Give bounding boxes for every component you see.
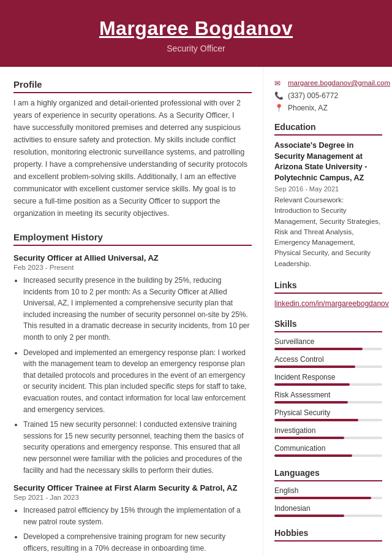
job-0-bullet-1: Developed and implemented an emergency r… xyxy=(23,347,252,416)
lang-indonesian: Indonesian xyxy=(274,504,382,517)
contact-location: 📍 Phoenix, AZ xyxy=(274,104,382,112)
job-1-bullet-0: Increased patrol efficiency by 15% throu… xyxy=(23,505,252,527)
edu-dates: Sep 2016 - May 2021 xyxy=(274,185,382,193)
skill-communication-bar-fill xyxy=(274,454,352,457)
skill-access-control-label: Access Control xyxy=(274,355,382,364)
skill-investigation-bar-bg xyxy=(274,437,382,439)
lang-english-bar-fill xyxy=(274,497,371,499)
skill-incident-response-bar-bg xyxy=(274,383,382,386)
job-1-bullets: Increased patrol efficiency by 15% throu… xyxy=(13,505,252,555)
skill-communication-label: Communication xyxy=(274,444,382,453)
job-0-dates: Feb 2023 - Present xyxy=(13,264,252,271)
skills-section: Skills Surveillance Access Control Incid… xyxy=(274,319,382,457)
linkedin-link[interactable]: linkedin.com/in/margareebogdanov xyxy=(274,299,389,308)
skill-incident-response-bar-fill xyxy=(274,383,350,386)
lang-english-bar-bg xyxy=(274,497,382,499)
skill-risk-assessment-bar-bg xyxy=(274,401,382,404)
job-0: Security Officer at Allied Universal, AZ… xyxy=(13,253,252,476)
links-section-title: Links xyxy=(274,280,382,294)
job-0-title: Security Officer at Allied Universal, AZ xyxy=(13,253,252,262)
location-icon: 📍 xyxy=(274,104,284,112)
job-0-bullet-2: Trained 15 new security personnel: I con… xyxy=(23,419,252,476)
skill-surveillance-label: Surveillance xyxy=(274,337,382,346)
job-1-title: Security Officer Trainee at First Alarm … xyxy=(13,483,252,492)
lang-indonesian-bar-fill xyxy=(274,515,344,517)
candidate-name: Margaree Bogdanov xyxy=(12,17,380,40)
skill-physical-security-bar-fill xyxy=(274,419,358,421)
email-link[interactable]: margaree.bogdanov@gmail.com xyxy=(288,79,390,86)
skill-risk-assessment-label: Risk Assessment xyxy=(274,391,382,399)
profile-text: I am a highly organized and detail-orien… xyxy=(13,97,252,220)
lang-english-label: English xyxy=(274,486,382,495)
skill-physical-security-bar-bg xyxy=(274,419,382,421)
body-wrap: Profile I am a highly organized and deta… xyxy=(0,67,392,555)
skill-investigation-label: Investigation xyxy=(274,426,382,435)
employment-section-title: Employment History xyxy=(13,232,252,246)
skill-incident-response-label: Incident Response xyxy=(274,373,382,381)
edu-degree: Associate's Degree in Security Managemen… xyxy=(274,140,382,183)
links-section: Links linkedin.com/in/margareebogdanov xyxy=(274,280,382,308)
skills-section-title: Skills xyxy=(274,319,382,332)
lang-indonesian-label: Indonesian xyxy=(274,504,382,513)
skill-surveillance-bar-fill xyxy=(274,348,363,350)
job-1: Security Officer Trainee at First Alarm … xyxy=(13,483,252,555)
contact-section: ✉ margaree.bogdanov@gmail.com 📞 (337) 00… xyxy=(274,79,382,112)
skill-physical-security-label: Physical Security xyxy=(274,408,382,417)
profile-section: Profile I am a highly organized and deta… xyxy=(13,79,252,220)
hobbies-section: Hobbies xyxy=(274,528,382,542)
education-section: Education Associate's Degree in Security… xyxy=(274,122,382,269)
languages-section-title: Languages xyxy=(274,468,382,481)
skill-communication: Communication xyxy=(274,444,382,457)
location-text: Phoenix, AZ xyxy=(288,104,328,112)
profile-section-title: Profile xyxy=(13,79,252,93)
skill-investigation-bar-fill xyxy=(274,437,344,439)
skill-physical-security: Physical Security xyxy=(274,408,382,421)
employment-section: Employment History Security Officer at A… xyxy=(13,232,252,555)
skill-surveillance: Surveillance xyxy=(274,337,382,350)
skill-surveillance-bar-bg xyxy=(274,348,382,350)
skill-risk-assessment-bar-fill xyxy=(274,401,348,404)
hobbies-section-title: Hobbies xyxy=(274,528,382,542)
right-column: ✉ margaree.bogdanov@gmail.com 📞 (337) 00… xyxy=(263,67,392,555)
phone-text: (337) 005-6772 xyxy=(288,91,338,100)
languages-section: Languages English Indonesian xyxy=(274,468,382,517)
job-1-dates: Sep 2021 - Jan 2023 xyxy=(13,494,252,501)
phone-icon: 📞 xyxy=(274,91,284,100)
lang-indonesian-bar-bg xyxy=(274,515,382,517)
resume-header: Margaree Bogdanov Security Officer xyxy=(0,0,392,67)
skill-incident-response: Incident Response xyxy=(274,373,382,386)
lang-english: English xyxy=(274,486,382,499)
skill-access-control: Access Control xyxy=(274,355,382,368)
skill-communication-bar-bg xyxy=(274,454,382,457)
candidate-title: Security Officer xyxy=(12,44,380,53)
job-0-bullet-0: Increased security presence in the build… xyxy=(23,275,252,343)
skill-risk-assessment: Risk Assessment xyxy=(274,391,382,404)
skill-access-control-bar-bg xyxy=(274,366,382,368)
edu-coursework: Relevant Coursework: Introduction to Sec… xyxy=(274,195,382,269)
education-section-title: Education xyxy=(274,122,382,136)
email-icon: ✉ xyxy=(274,79,284,88)
job-1-bullet-1: Developed a comprehensive training progr… xyxy=(23,531,252,554)
skill-investigation: Investigation xyxy=(274,426,382,439)
contact-email: ✉ margaree.bogdanov@gmail.com xyxy=(274,79,382,88)
contact-phone: 📞 (337) 005-6772 xyxy=(274,91,382,100)
left-column: Profile I am a highly organized and deta… xyxy=(0,67,263,555)
job-0-bullets: Increased security presence in the build… xyxy=(13,275,252,476)
skill-access-control-bar-fill xyxy=(274,366,355,368)
